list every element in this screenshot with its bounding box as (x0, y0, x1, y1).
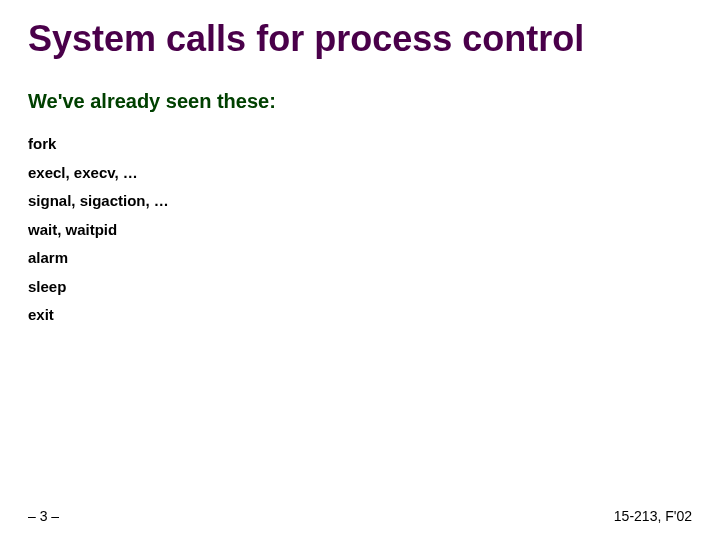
slide: System calls for process control We've a… (0, 0, 720, 540)
list-item: sleep (28, 273, 169, 302)
list-item: exit (28, 301, 169, 330)
slide-subhead: We've already seen these: (28, 90, 276, 113)
list-item: alarm (28, 244, 169, 273)
list-item: execl, execv, … (28, 159, 169, 188)
page-number: – 3 – (28, 508, 59, 524)
list-item: signal, sigaction, … (28, 187, 169, 216)
syscall-list: fork execl, execv, … signal, sigaction, … (28, 130, 169, 330)
list-item: fork (28, 130, 169, 159)
list-item: wait, waitpid (28, 216, 169, 245)
course-label: 15-213, F'02 (614, 508, 692, 524)
slide-title: System calls for process control (28, 18, 700, 59)
